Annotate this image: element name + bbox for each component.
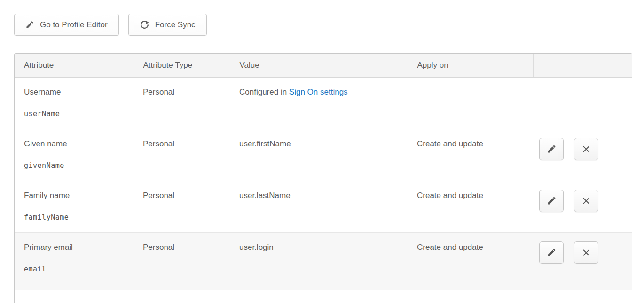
- attribute-name: familyName: [24, 213, 134, 222]
- edit-attribute-button[interactable]: [539, 190, 564, 212]
- edit-attribute-button[interactable]: [539, 138, 564, 160]
- refresh-icon: [140, 20, 149, 30]
- value-cell: Configured in Sign On settings: [230, 77, 408, 129]
- toolbar: Go to Profile Editor Force Sync: [14, 14, 644, 36]
- attribute-label: Family name: [24, 191, 134, 200]
- edit-pencil-icon: [547, 144, 557, 154]
- delete-x-icon: [581, 196, 591, 206]
- sign-on-settings-link[interactable]: Sign On settings: [289, 88, 348, 96]
- column-header-apply-on: Apply on: [408, 54, 533, 77]
- attribute-type-cell: Personal: [134, 129, 230, 181]
- attribute-cell: Family name familyName: [15, 181, 134, 232]
- table-header-row: Attribute Attribute Type Value Apply on: [15, 54, 632, 77]
- attribute-label: Username: [24, 88, 134, 97]
- actions-cell: [533, 232, 632, 290]
- go-to-profile-editor-label: Go to Profile Editor: [40, 20, 108, 30]
- force-sync-label: Force Sync: [155, 20, 196, 30]
- attribute-cell: Username userName: [15, 77, 134, 129]
- attribute-cell: Given name givenName: [15, 129, 134, 181]
- actions-cell: [533, 129, 632, 181]
- attribute-name: userName: [24, 110, 134, 118]
- actions-cell: [533, 77, 632, 129]
- apply-on-cell: Create and update: [408, 129, 533, 181]
- column-header-attribute: Attribute: [15, 54, 134, 77]
- force-sync-button[interactable]: Force Sync: [128, 14, 207, 36]
- column-header-value: Value: [230, 54, 408, 77]
- delete-attribute-button[interactable]: [574, 190, 598, 212]
- attribute-mapping-table: Attribute Attribute Type Value Apply on …: [14, 53, 632, 303]
- delete-x-icon: [581, 248, 591, 257]
- apply-on-cell: [408, 77, 533, 129]
- table-row: Given name givenName Personal user.first…: [15, 129, 632, 181]
- delete-attribute-button[interactable]: [574, 138, 598, 160]
- go-to-profile-editor-button[interactable]: Go to Profile Editor: [14, 14, 119, 36]
- attribute-label: Given name: [24, 139, 134, 149]
- column-header-actions: [533, 54, 632, 77]
- value-cell: user.lastName: [230, 181, 408, 232]
- value-cell: user.login: [230, 232, 408, 290]
- attribute-label: Primary email: [24, 243, 134, 252]
- attribute-name: givenName: [24, 161, 134, 170]
- attribute-type-cell: Personal: [134, 181, 230, 232]
- partial-row: [15, 290, 632, 303]
- delete-attribute-button[interactable]: [574, 241, 598, 264]
- attribute-type-cell: Personal: [134, 77, 230, 129]
- apply-on-cell: Create and update: [408, 181, 533, 232]
- attribute-name: email: [24, 265, 134, 273]
- table-row: Username userName Personal Configured in…: [15, 77, 632, 129]
- value-cell: user.firstName: [230, 129, 408, 181]
- table-row: [15, 290, 632, 303]
- attribute-cell: Primary email email: [15, 232, 134, 290]
- delete-x-icon: [581, 144, 591, 154]
- table-row: Family name familyName Personal user.las…: [15, 181, 632, 232]
- actions-cell: [533, 181, 632, 232]
- column-header-attribute-type: Attribute Type: [134, 54, 230, 77]
- table-row: Primary email email Personal user.login …: [15, 232, 632, 290]
- attribute-type-cell: Personal: [134, 232, 230, 290]
- edit-pencil-icon: [547, 196, 557, 206]
- pencil-icon: [25, 20, 34, 29]
- apply-on-cell: Create and update: [408, 232, 533, 290]
- value-text: Configured in: [239, 88, 289, 96]
- edit-attribute-button[interactable]: [539, 241, 564, 264]
- edit-pencil-icon: [547, 247, 557, 257]
